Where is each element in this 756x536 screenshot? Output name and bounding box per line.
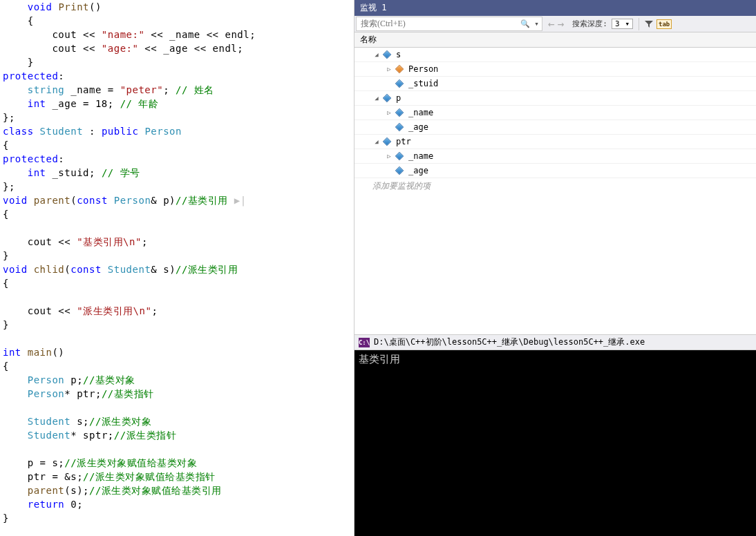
code-line[interactable]: cout << "name:" << _name << endl; (3, 28, 354, 41)
code-line[interactable]: Student s;//派生类对象 (3, 414, 354, 428)
code-line[interactable] (3, 401, 354, 414)
code-line[interactable]: protected: (3, 152, 354, 166)
code-line[interactable]: { (3, 359, 354, 373)
code-line[interactable]: cout << "age:" << _age << endl; (3, 41, 354, 55)
variable-icon (393, 151, 406, 161)
code-line[interactable]: } (3, 511, 354, 525)
table-view-icon[interactable]: tab (657, 17, 671, 31)
watch-title: 监视 1 (355, 0, 756, 16)
watch-panel: 监视 1 🔍 ▾ ← → 搜索深度: 3▾ tab (355, 0, 756, 334)
variable-name: s (396, 50, 756, 59)
code-line[interactable]: Person* ptr;//基类指针 (3, 387, 354, 401)
expander-icon[interactable]: ◢ (372, 51, 381, 58)
watch-toolbar: 🔍 ▾ ← → 搜索深度: 3▾ tab (355, 16, 756, 32)
watch-row[interactable]: ▷_name (355, 149, 756, 164)
variable-name: _stuid (408, 79, 756, 88)
code-line[interactable]: parent(s);//派生类对象赋值给基类引用 (3, 484, 354, 497)
watch-row[interactable]: ◢p (355, 91, 756, 106)
code-line[interactable]: int main() (3, 345, 354, 359)
code-line[interactable]: cout << "基类引用\n"; (3, 235, 354, 249)
watch-row[interactable]: ▷_name (355, 106, 756, 120)
code-line[interactable]: int _age = 18; // 年龄 (3, 97, 354, 111)
add-watch-placeholder[interactable]: 添加要监视的项 (355, 178, 756, 194)
nav-back-icon[interactable]: ← (547, 17, 556, 30)
expander-icon[interactable]: ▷ (385, 153, 393, 160)
search-box[interactable]: 🔍 ▾ (356, 17, 542, 31)
code-line[interactable]: int _stuid; // 学号 (3, 166, 354, 180)
code-line[interactable]: { (3, 207, 354, 221)
watch-tree[interactable]: ◢s▷Person_stuid◢p▷_name_age◢ptr▷_name_ag… (355, 48, 756, 334)
watch-row[interactable]: ◢s (355, 48, 756, 62)
console-output: 基类引用 (355, 350, 756, 536)
variable-icon (393, 108, 406, 117)
search-input[interactable] (357, 17, 518, 30)
code-line[interactable]: Student* sptr;//派生类指针 (3, 428, 354, 442)
code-line[interactable]: return 0; (3, 497, 354, 511)
expander-icon[interactable]: ▷ (385, 66, 393, 73)
code-line[interactable]: cout << "派生类引用\n"; (3, 304, 354, 318)
code-line[interactable]: { (3, 276, 354, 290)
variable-name: _name (408, 151, 756, 161)
expander-icon[interactable]: ▷ (385, 109, 393, 116)
watch-row[interactable]: _age (355, 120, 756, 135)
watch-row[interactable]: _stuid (355, 77, 756, 91)
code-line[interactable]: }; (3, 180, 354, 193)
watch-row[interactable]: _age (355, 164, 756, 178)
variable-name: Person (408, 64, 756, 74)
code-editor[interactable]: void Print() { cout << "name:" << _name … (0, 0, 354, 536)
watch-row[interactable]: ▷Person (355, 62, 756, 77)
expander-icon[interactable]: ◢ (372, 138, 381, 145)
filter-icon[interactable] (642, 17, 656, 31)
code-line[interactable]: } (3, 249, 354, 262)
code-line[interactable]: string _name = "peter"; // 姓名 (3, 83, 354, 97)
variable-name: ptr (396, 137, 756, 146)
code-line[interactable]: void parent(const Person& p)//基类引用 ▶| (3, 193, 354, 207)
depth-label: 搜索深度: (572, 19, 607, 29)
console-app-icon: C:\ (359, 338, 370, 347)
variable-icon (381, 50, 393, 59)
code-line[interactable]: void Print() (3, 0, 354, 14)
watch-column-header[interactable]: 名称 (355, 32, 756, 48)
variable-icon (393, 79, 406, 88)
nav-forward-icon[interactable]: → (556, 17, 566, 30)
code-line[interactable]: }; (3, 111, 354, 124)
variable-icon (381, 93, 393, 103)
code-line[interactable] (3, 332, 354, 345)
variable-name: _age (408, 122, 756, 132)
code-line[interactable]: { (3, 14, 354, 28)
code-line[interactable]: } (3, 318, 354, 332)
variable-icon (393, 166, 406, 175)
code-line[interactable]: class Student : public Person (3, 124, 354, 138)
code-line[interactable] (3, 221, 354, 235)
code-line[interactable]: { (3, 138, 354, 152)
code-line[interactable] (3, 290, 354, 304)
code-line[interactable]: p = s;//派生类对象赋值给基类对象 (3, 456, 354, 470)
variable-icon (393, 122, 406, 132)
variable-name: _name (408, 108, 756, 117)
code-line[interactable]: } (3, 55, 354, 69)
console-title-bar: C:\ D:\桌面\C++初阶\lesson5C++_继承\Debug\less… (355, 334, 756, 350)
code-line[interactable] (3, 442, 354, 456)
variable-name: _age (408, 166, 756, 175)
variable-icon (381, 137, 393, 146)
variable-icon (393, 64, 406, 74)
code-line[interactable]: Person p;//基类对象 (3, 373, 354, 387)
expander-icon[interactable]: ◢ (372, 95, 381, 102)
console-path: D:\桌面\C++初阶\lesson5C++_继承\Debug\lesson5C… (374, 336, 645, 348)
watch-row[interactable]: ◢ptr (355, 135, 756, 149)
depth-select[interactable]: 3▾ (612, 19, 633, 29)
search-icon[interactable]: 🔍 ▾ (518, 19, 542, 28)
code-line[interactable]: protected: (3, 69, 354, 83)
code-line[interactable]: ptr = &s;//派生类对象赋值给基类指针 (3, 470, 354, 484)
code-line[interactable]: void chlid(const Student& s)//派生类引用 (3, 262, 354, 276)
variable-name: p (396, 93, 756, 103)
console-panel: C:\ D:\桌面\C++初阶\lesson5C++_继承\Debug\less… (355, 334, 756, 536)
